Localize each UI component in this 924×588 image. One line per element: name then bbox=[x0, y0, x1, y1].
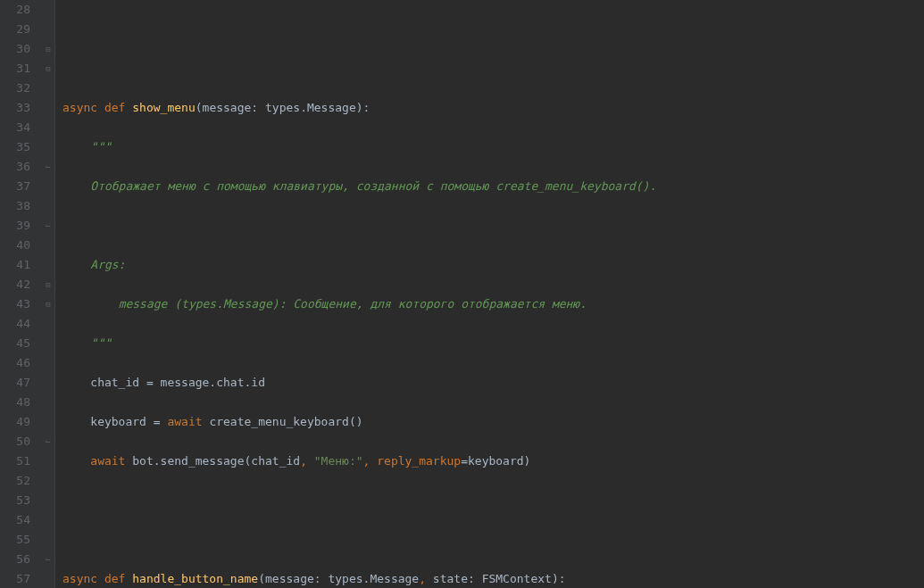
line-number: 42 bbox=[0, 275, 30, 294]
line-number: 52 bbox=[0, 471, 30, 491]
docstring: """ bbox=[90, 336, 111, 350]
docstring: Отображает меню с помощью клавиатуры, со… bbox=[90, 179, 656, 193]
fold-close-icon[interactable]: ⌐ bbox=[43, 157, 54, 177]
line-number: 48 bbox=[0, 393, 30, 412]
keyword-async: async bbox=[62, 101, 104, 114]
line-number: 40 bbox=[0, 236, 30, 255]
line-number: 38 bbox=[0, 196, 30, 216]
code-line[interactable]: keyboard = await create_menu_keyboard() bbox=[62, 412, 924, 432]
code-line[interactable]: await bot.send_message(chat_id, "Меню:",… bbox=[62, 451, 924, 471]
code-editor[interactable]: 28 29 30 31 32 33 34 35 36 37 38 39 40 4… bbox=[0, 0, 924, 588]
string-literal: "Меню:" bbox=[314, 454, 363, 468]
line-number: 33 bbox=[0, 98, 30, 118]
code-line[interactable] bbox=[62, 491, 924, 510]
keyword-def: def bbox=[104, 572, 132, 585]
line-number: 45 bbox=[0, 334, 30, 353]
keyword-def: def bbox=[104, 101, 132, 114]
line-number: 36 bbox=[0, 157, 30, 177]
fold-close-icon[interactable]: ⌐ bbox=[43, 432, 54, 451]
params: (message: types.Message): bbox=[196, 101, 370, 114]
fold-open-icon[interactable]: ⊟ bbox=[43, 275, 54, 294]
line-number: 41 bbox=[0, 255, 30, 275]
comma: , bbox=[300, 454, 314, 468]
line-number: 55 bbox=[0, 530, 30, 550]
line-number: 57 bbox=[0, 569, 30, 588]
line-number: 51 bbox=[0, 451, 30, 471]
line-number: 53 bbox=[0, 491, 30, 510]
docstring: """ bbox=[90, 140, 111, 153]
kwarg: reply_markup bbox=[377, 454, 461, 468]
line-number: 29 bbox=[0, 20, 30, 39]
function-name: handle_button_name bbox=[132, 572, 258, 585]
code-line[interactable] bbox=[62, 530, 924, 550]
code-line[interactable] bbox=[62, 20, 924, 39]
line-number: 50 bbox=[0, 432, 30, 451]
line-number: 39 bbox=[0, 216, 30, 236]
code-line[interactable]: """ bbox=[62, 137, 924, 157]
code-text: create_menu_keyboard() bbox=[209, 415, 362, 428]
code-line[interactable] bbox=[62, 59, 924, 79]
params: (message: types.Message bbox=[258, 572, 419, 585]
code-line[interactable]: """ bbox=[62, 334, 924, 353]
line-number: 28 bbox=[0, 0, 30, 20]
keyword-await: await bbox=[167, 415, 209, 428]
code-text: keyboard = bbox=[90, 415, 167, 428]
code-line[interactable]: async def handle_button_name(message: ty… bbox=[62, 569, 924, 588]
fold-close-icon[interactable]: ⌐ bbox=[43, 216, 54, 236]
docstring: message (types.Message): Сообщение, для … bbox=[119, 297, 587, 311]
fold-close-icon[interactable]: ⌐ bbox=[43, 550, 54, 569]
fold-open-icon[interactable]: ⊟ bbox=[43, 39, 54, 59]
function-name: show_menu bbox=[132, 101, 195, 114]
line-number-gutter: 28 29 30 31 32 33 34 35 36 37 38 39 40 4… bbox=[0, 0, 41, 588]
keyword-async: async bbox=[62, 572, 104, 585]
line-number: 46 bbox=[0, 353, 30, 373]
code-line[interactable]: chat_id = message.chat.id bbox=[62, 373, 924, 393]
code-line[interactable] bbox=[62, 216, 924, 236]
docstring: Args: bbox=[90, 258, 125, 271]
line-number: 43 bbox=[0, 294, 30, 314]
line-number: 56 bbox=[0, 550, 30, 569]
code-line[interactable]: message (types.Message): Сообщение, для … bbox=[62, 294, 924, 314]
fold-open-icon[interactable]: ⊟ bbox=[43, 294, 54, 314]
code-line[interactable]: async def show_menu(message: types.Messa… bbox=[62, 98, 924, 118]
line-number: 32 bbox=[0, 79, 30, 98]
code-line[interactable]: Args: bbox=[62, 255, 924, 275]
line-number: 31 bbox=[0, 59, 30, 79]
line-number: 37 bbox=[0, 177, 30, 196]
line-number: 30 bbox=[0, 39, 30, 59]
line-number: 35 bbox=[0, 137, 30, 157]
code-text: bot.send_message(chat_id bbox=[132, 454, 300, 468]
keyword-await: await bbox=[90, 454, 132, 468]
fold-gutter[interactable]: ⊟⊟⌐⌐⊟⊟⌐⌐ bbox=[41, 0, 55, 588]
code-line[interactable]: Отображает меню с помощью клавиатуры, со… bbox=[62, 177, 924, 196]
line-number: 44 bbox=[0, 314, 30, 334]
params: state: FSMContext): bbox=[433, 572, 566, 585]
fold-open-icon[interactable]: ⊟ bbox=[43, 59, 54, 79]
code-text: =keyboard) bbox=[461, 454, 530, 468]
code-text: chat_id = message.chat.id bbox=[90, 376, 265, 389]
line-number: 47 bbox=[0, 373, 30, 393]
code-area[interactable]: async def show_menu(message: types.Messa… bbox=[55, 0, 924, 588]
line-number: 49 bbox=[0, 412, 30, 432]
comma: , bbox=[419, 572, 433, 585]
comma: , bbox=[363, 454, 378, 468]
line-number: 54 bbox=[0, 510, 30, 530]
line-number: 34 bbox=[0, 118, 30, 137]
